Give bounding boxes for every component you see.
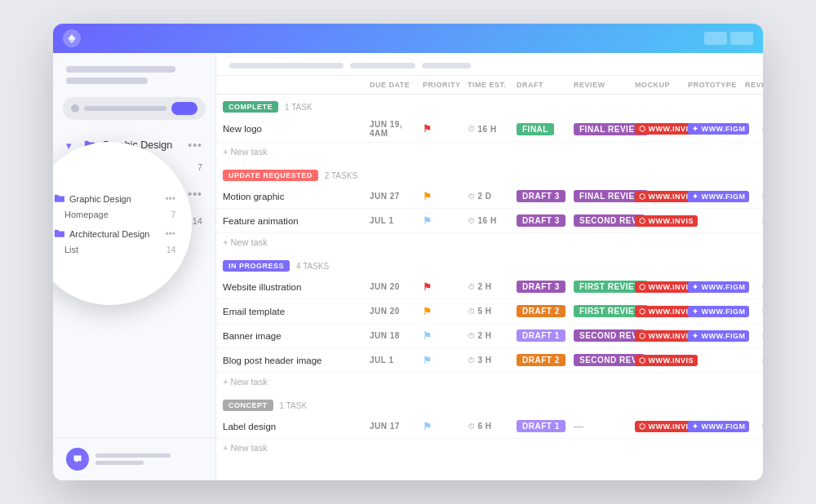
task-draft: Draft 3 xyxy=(517,214,574,227)
task-mockup[interactable]: ⬡ www.invis xyxy=(635,330,688,342)
task-mockup[interactable]: ⬡ www.invis xyxy=(635,355,688,366)
task-mockup[interactable]: ⬡ www.invis xyxy=(635,281,688,293)
window-btn-1[interactable] xyxy=(704,32,727,45)
task-prototype[interactable]: ✦ www.figm xyxy=(688,281,745,293)
draft-chip: Draft 2 xyxy=(517,305,565,317)
task-prototype[interactable]: ✦ www.figm xyxy=(688,330,745,342)
task-reviewer xyxy=(745,329,763,343)
priority-flag-icon: ⚑ xyxy=(423,306,432,317)
priority-flag-icon: ⚑ xyxy=(423,191,432,202)
task-due: Jun 20 xyxy=(370,282,423,291)
task-reviewer xyxy=(745,280,763,294)
add-task-concept[interactable]: + New task xyxy=(216,439,763,459)
mockup-link[interactable]: ⬡ www.invis xyxy=(635,355,698,366)
zoom-list-count: 14 xyxy=(166,245,175,254)
task-reviewer xyxy=(745,214,763,228)
table-row[interactable]: Feature animation Jul 1 ⚑ ⏱ 16 h Draft 3… xyxy=(216,209,763,233)
task-review: First review xyxy=(574,305,635,317)
task-due: Jun 19, 4am xyxy=(370,120,423,138)
table-row[interactable]: Label design Jun 17 ⚑ ⏱ 6 h Draft 1 — ⬡ … xyxy=(216,414,763,439)
task-draft: Draft 3 xyxy=(517,281,574,293)
task-priority: ⚑ xyxy=(423,421,468,432)
task-review: Final review xyxy=(574,190,635,202)
table-row[interactable]: Website illustration Jun 20 ⚑ ⏱ 2 h Draf… xyxy=(216,275,763,299)
task-time: ⏱ 6 h xyxy=(468,422,517,431)
content-topbar xyxy=(216,53,763,76)
prototype-link[interactable]: ✦ www.figm xyxy=(688,281,749,293)
chat-icon[interactable] xyxy=(66,448,89,471)
col-reviewer-header: REVIEWER xyxy=(745,81,763,89)
app-window: ▾ Graphic Design ••• Homepage 7 xyxy=(53,24,763,480)
task-time: ⏱ 2 h xyxy=(468,282,517,291)
task-draft: Draft 2 xyxy=(517,305,574,317)
task-prototype[interactable]: ✦ www.figm xyxy=(688,306,745,317)
prototype-link[interactable]: ✦ www.figm xyxy=(688,123,749,135)
task-mockup[interactable]: ⬡ www.invis xyxy=(635,215,688,227)
section-update-count: 2 TASKS xyxy=(325,171,357,180)
zoom-list-item[interactable]: List 14 xyxy=(53,245,175,254)
table-row[interactable]: Email template Jun 20 ⚑ ⏱ 5 h Draft 2 Fi… xyxy=(216,299,763,324)
sidebar-list-count: 14 xyxy=(193,216,202,226)
time-icon: ⏱ xyxy=(468,422,476,431)
task-time: ⏱ 5 h xyxy=(468,307,517,316)
prototype-link[interactable]: ✦ www.figm xyxy=(688,330,749,342)
time-icon: ⏱ xyxy=(468,217,476,225)
section-progress-count: 4 TASKS xyxy=(296,262,329,271)
zoom-more-icon-2[interactable]: ••• xyxy=(165,228,175,240)
task-prototype[interactable]: ✦ www.figm xyxy=(688,123,745,135)
task-due: Jun 27 xyxy=(370,192,423,201)
zoom-arch-design-item[interactable]: ▸ Architectural Design ••• xyxy=(53,228,175,240)
sidebar-logo-area xyxy=(53,66,215,97)
topbar-bar-1 xyxy=(229,63,344,69)
task-draft: Draft 1 xyxy=(517,420,574,432)
col-mockup-header: MOCKUP xyxy=(635,81,688,89)
task-prototype[interactable]: ✦ www.figm xyxy=(688,421,745,432)
task-mockup[interactable]: ⬡ www.invis xyxy=(635,123,688,135)
task-mockup[interactable]: ⬡ www.invis xyxy=(635,191,688,202)
sidebar-search[interactable] xyxy=(63,97,206,120)
task-due: Jul 1 xyxy=(370,356,423,365)
window-btn-2[interactable] xyxy=(730,32,753,45)
col-prototype-header: PROTOTYPE xyxy=(688,81,745,89)
task-time: ⏱ 2 h xyxy=(468,331,517,340)
content-area[interactable]: DUE DATE PRIORITY TIME EST. DRAFT REVIEW… xyxy=(216,53,763,480)
task-priority: ⚑ xyxy=(423,123,468,135)
task-table: DUE DATE PRIORITY TIME EST. DRAFT REVIEW… xyxy=(216,76,763,459)
col-priority-header: PRIORITY xyxy=(423,81,468,89)
sidebar-item-more-graphic[interactable]: ••• xyxy=(188,139,202,152)
bottom-bar-2 xyxy=(95,461,144,465)
badge-progress: IN PROGRESS xyxy=(223,260,290,272)
window-controls xyxy=(704,32,753,45)
task-reviewer xyxy=(745,419,763,434)
sidebar-toggle[interactable] xyxy=(171,102,197,115)
sidebar-homepage-count: 7 xyxy=(197,162,202,172)
task-reviewer xyxy=(745,122,763,136)
zoom-graphic-design-item[interactable]: ▾ Graphic Design ••• xyxy=(53,192,175,205)
sidebar-item-more-arch[interactable]: ••• xyxy=(188,188,202,201)
mockup-link[interactable]: ⬡ www.invis xyxy=(635,215,698,227)
section-complete-header: COMPLETE 1 TASK xyxy=(216,95,763,116)
reviewer-avatar xyxy=(762,353,763,368)
sidebar-bar-1 xyxy=(66,66,175,73)
table-row[interactable]: Banner image Jun 18 ⚑ ⏱ 2 h Draft 1 Seco… xyxy=(216,324,763,348)
prototype-link[interactable]: ✦ www.figm xyxy=(688,191,749,202)
section-concept-header: CONCEPT 1 TASK xyxy=(216,393,763,414)
table-row[interactable]: New logo Jun 19, 4am ⚑ ⏱ 16 h Final Fina… xyxy=(216,116,763,143)
table-row[interactable]: Motion graphic Jun 27 ⚑ ⏱ 2 d Draft 3 Fi… xyxy=(216,184,763,209)
reviewer-avatar xyxy=(762,122,763,136)
time-icon: ⏱ xyxy=(468,356,476,365)
table-row[interactable]: Blog post header image Jul 1 ⚑ ⏱ 3 h Dra… xyxy=(216,348,763,373)
zoom-homepage-item[interactable]: Homepage 7 xyxy=(53,210,175,219)
add-task-complete[interactable]: + New task xyxy=(216,143,763,163)
task-prototype[interactable]: ✦ www.figm xyxy=(688,191,745,202)
prototype-link[interactable]: ✦ www.figm xyxy=(688,306,749,317)
task-mockup[interactable]: ⬡ www.invis xyxy=(635,306,688,317)
add-task-progress[interactable]: + New task xyxy=(216,373,763,393)
zoom-homepage-label: Homepage xyxy=(64,210,109,219)
time-icon: ⏱ xyxy=(468,307,476,316)
task-mockup[interactable]: ⬡ www.invis xyxy=(635,421,688,432)
zoom-more-icon[interactable]: ••• xyxy=(165,193,175,205)
section-concept-count: 1 TASK xyxy=(280,401,308,410)
add-task-update[interactable]: + New task xyxy=(216,233,763,254)
prototype-link[interactable]: ✦ www.figm xyxy=(688,421,749,432)
